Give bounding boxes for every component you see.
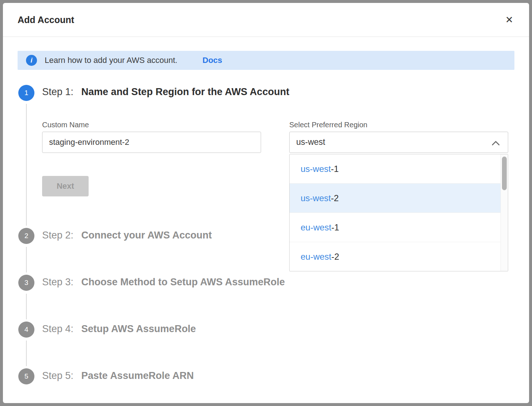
region-option-us-west-2[interactable]: us-west-2	[290, 184, 501, 213]
step-4-heading: Step 4: Setup AWS AssumeRole	[42, 323, 196, 335]
dropdown-scrollbar-track	[501, 154, 508, 271]
step-5-title: Paste AssumeRole ARN	[81, 370, 194, 381]
step-3-prefix: Step 3:	[42, 277, 74, 287]
step-4-title: Setup AWS AssumeRole	[81, 323, 196, 334]
region-label: Select Preferred Region	[289, 121, 367, 129]
info-banner: i Learn how to add your AWS account. Doc…	[18, 51, 514, 70]
info-icon: i	[26, 55, 37, 66]
option-rest-text: -1	[331, 222, 339, 232]
step-5-prefix: Step 5:	[42, 370, 74, 381]
region-select[interactable]: us-west	[289, 132, 508, 153]
option-match-text: us-west	[301, 193, 331, 203]
region-option-eu-west-1[interactable]: eu-west-1	[290, 213, 501, 242]
add-account-modal: Add Account ✕ i Learn how to add your AW…	[3, 3, 529, 403]
step-1-circle: 1	[18, 85, 34, 101]
modal-title: Add Account	[18, 15, 74, 25]
step-4-prefix: Step 4:	[42, 323, 74, 334]
option-rest-text: -2	[331, 193, 339, 203]
option-rest-text: -2	[331, 252, 339, 262]
step-5-heading: Step 5: Paste AssumeRole ARN	[42, 370, 194, 381]
step-connector	[26, 294, 27, 319]
step-1-prefix: Step 1:	[42, 86, 74, 97]
step-1-title: Name and Step Region for the AWS Account	[81, 86, 289, 97]
step-connector	[26, 247, 27, 272]
step-2-title: Connect your AWS Account	[81, 230, 212, 241]
option-match-text: us-west	[301, 164, 331, 174]
step-4-circle: 4	[18, 322, 34, 338]
chevron-up-icon	[492, 140, 500, 147]
step-2-heading: Step 2: Connect your AWS Account	[42, 230, 212, 241]
region-select-value: us-west	[296, 137, 325, 147]
step-connector	[26, 104, 27, 226]
option-match-text: eu-west	[301, 252, 331, 262]
option-match-text: eu-west	[301, 222, 331, 232]
custom-name-input[interactable]	[42, 132, 261, 153]
step-connector	[26, 341, 27, 366]
option-rest-text: -1	[331, 164, 339, 174]
step-3-heading: Step 3: Choose Method to Setup AWS Assum…	[42, 277, 285, 288]
banner-text: Learn how to add your AWS account.	[45, 56, 177, 65]
step-2-circle: 2	[18, 228, 34, 244]
region-option-eu-west-2[interactable]: eu-west-2	[290, 242, 501, 271]
custom-name-label: Custom Name	[42, 121, 89, 129]
dropdown-scrollbar-thumb[interactable]	[502, 157, 507, 190]
close-icon[interactable]: ✕	[503, 13, 516, 26]
step-1-heading: Step 1: Name and Step Region for the AWS…	[42, 86, 289, 98]
step-3-circle: 3	[18, 275, 34, 291]
region-dropdown: us-west-1 us-west-2 eu-west-1 eu-west-2	[289, 154, 508, 271]
next-button[interactable]: Next	[42, 176, 89, 196]
step-3-title: Choose Method to Setup AWS AssumeRole	[81, 277, 285, 287]
modal-header: Add Account ✕	[3, 3, 529, 37]
step-5-circle: 5	[18, 368, 34, 384]
step-2-prefix: Step 2:	[42, 230, 74, 241]
docs-link[interactable]: Docs	[202, 56, 222, 65]
region-option-us-west-1[interactable]: us-west-1	[290, 154, 501, 184]
